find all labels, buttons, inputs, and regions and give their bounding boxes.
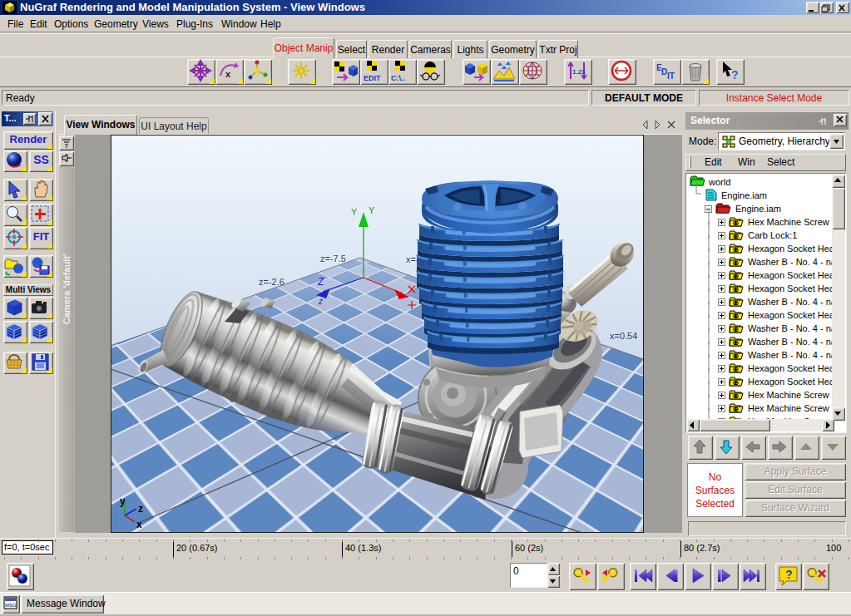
svg-text:Y: Y [369, 205, 375, 215]
svg-text:x=-: x=- [406, 254, 419, 264]
svg-text:x=0.54: x=0.54 [610, 331, 637, 341]
svg-text:Y: Y [351, 207, 358, 217]
svg-text:Camera 'default': Camera 'default' [62, 254, 72, 324]
svg-text:z=-2.6: z=-2.6 [259, 277, 284, 287]
svg-text:1.23: 1.23 [572, 68, 586, 76]
svg-text:z=-7.5: z=-7.5 [320, 254, 346, 264]
svg-text:Z: Z [317, 276, 324, 288]
svg-text:y: y [120, 495, 126, 507]
svg-text:z: z [138, 503, 143, 515]
svg-text:z: z [318, 297, 323, 306]
svg-text:?: ? [785, 568, 793, 581]
svg-text:?: ? [731, 68, 739, 81]
svg-text:EDIT: EDIT [364, 74, 381, 82]
svg-text:C:\..: C:\.. [391, 74, 405, 82]
svg-text:x: x [225, 69, 231, 79]
svg-text:x: x [136, 519, 142, 530]
svg-text:IT: IT [667, 71, 675, 81]
svg-text:MSG: MSG [5, 603, 17, 608]
